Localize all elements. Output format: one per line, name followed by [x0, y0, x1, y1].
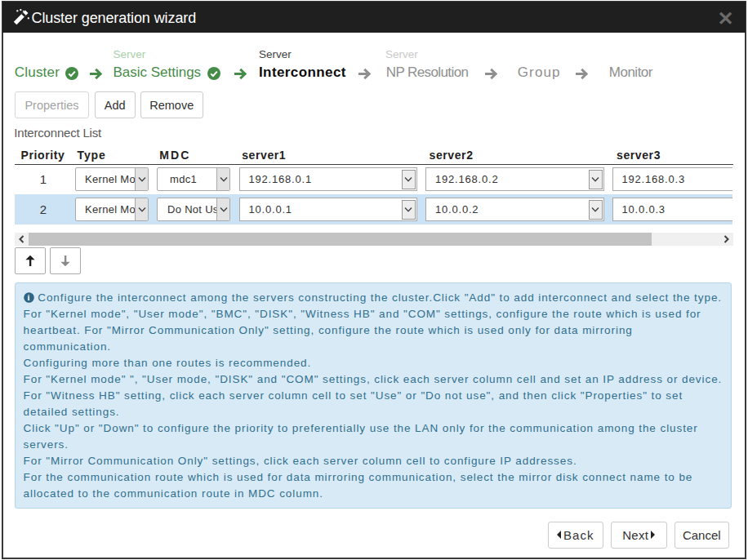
svg-text:i: i	[27, 293, 30, 302]
